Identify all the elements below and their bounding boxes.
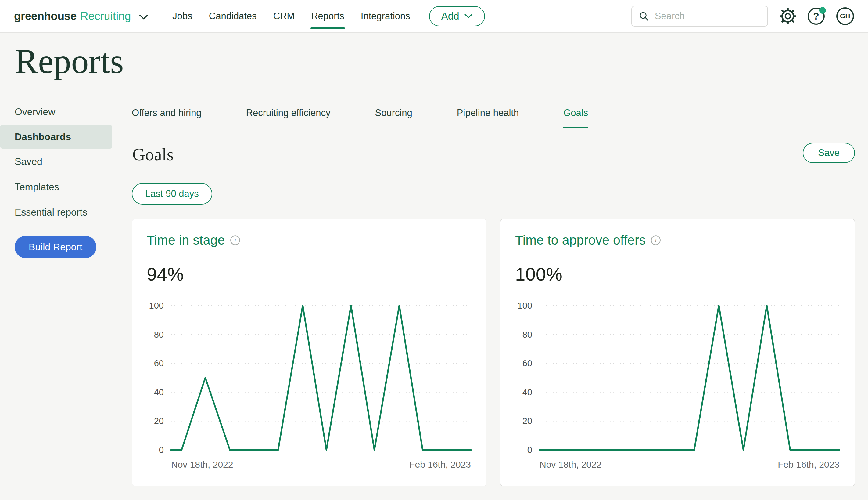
- tab-offers-and-hiring[interactable]: Offers and hiring: [132, 107, 202, 118]
- svg-text:80: 80: [523, 330, 532, 339]
- svg-text:20: 20: [154, 416, 164, 426]
- svg-text:i: i: [655, 236, 657, 243]
- svg-text:100: 100: [518, 301, 532, 310]
- time-to-approve-offers-card: Time to approve offers i 100% 0204060801…: [500, 219, 855, 486]
- svg-text:20: 20: [523, 416, 532, 426]
- svg-text:Nov 18th, 2022: Nov 18th, 2022: [171, 459, 233, 469]
- date-range-filter[interactable]: Last 90 days: [132, 183, 212, 205]
- sidebar-item-essential-reports[interactable]: Essential reports: [0, 200, 112, 225]
- date-range-label: Last 90 days: [145, 188, 199, 199]
- sidebar-item-overview[interactable]: Overview: [0, 99, 112, 125]
- card-title: Time in stage: [147, 232, 225, 248]
- info-icon[interactable]: i: [650, 235, 661, 246]
- tab-recruiting-efficiency[interactable]: Recruiting efficiency: [246, 107, 331, 118]
- svg-text:0: 0: [159, 445, 164, 455]
- logo-product-text: Recruiting: [80, 10, 131, 23]
- svg-text:60: 60: [154, 359, 164, 368]
- main-content: Offers and hiring Recruiting efficiency …: [132, 0, 855, 500]
- goal-percentage: 100%: [515, 264, 562, 285]
- page-title: Reports: [15, 42, 124, 81]
- svg-text:80: 80: [154, 330, 164, 339]
- goal-percentage: 94%: [147, 264, 184, 285]
- save-button[interactable]: Save: [803, 143, 855, 163]
- svg-text:Feb 16th, 2023: Feb 16th, 2023: [778, 459, 839, 469]
- reports-sidebar: Overview Dashboards Saved Templates Esse…: [0, 99, 112, 225]
- card-title-row: Time in stage i: [147, 232, 241, 248]
- svg-text:Nov 18th, 2022: Nov 18th, 2022: [540, 459, 601, 469]
- svg-text:100: 100: [149, 301, 164, 310]
- section-title: Goals: [132, 144, 174, 164]
- svg-text:i: i: [234, 236, 236, 243]
- svg-text:60: 60: [523, 359, 532, 368]
- greenhouse-logo[interactable]: greenhouse Recruiting: [14, 10, 149, 23]
- tab-goals[interactable]: Goals: [563, 107, 588, 118]
- info-icon[interactable]: i: [230, 235, 241, 246]
- time-in-stage-line-chart: 020406080100Nov 18th, 2022Feb 16th, 2023: [147, 295, 472, 481]
- dashboard-tabs: Offers and hiring Recruiting efficiency …: [132, 107, 588, 118]
- tab-pipeline-health[interactable]: Pipeline health: [457, 107, 519, 118]
- svg-text:40: 40: [523, 387, 532, 397]
- svg-text:0: 0: [527, 445, 532, 455]
- time-to-approve-offers-line-chart: 020406080100Nov 18th, 2022Feb 16th, 2023: [515, 295, 841, 481]
- card-title: Time to approve offers: [515, 232, 646, 248]
- build-report-button[interactable]: Build Report: [15, 236, 96, 258]
- sidebar-item-templates[interactable]: Templates: [0, 174, 112, 200]
- svg-text:40: 40: [154, 387, 164, 397]
- tab-sourcing[interactable]: Sourcing: [375, 107, 412, 118]
- sidebar-item-saved[interactable]: Saved: [0, 149, 112, 174]
- card-title-row: Time to approve offers i: [515, 232, 661, 248]
- time-in-stage-card: Time in stage i 94% 020406080100Nov 18th…: [132, 219, 486, 486]
- logo-brand-text: greenhouse: [14, 10, 77, 23]
- svg-text:Feb 16th, 2023: Feb 16th, 2023: [409, 459, 471, 469]
- sidebar-item-dashboards[interactable]: Dashboards: [0, 125, 112, 149]
